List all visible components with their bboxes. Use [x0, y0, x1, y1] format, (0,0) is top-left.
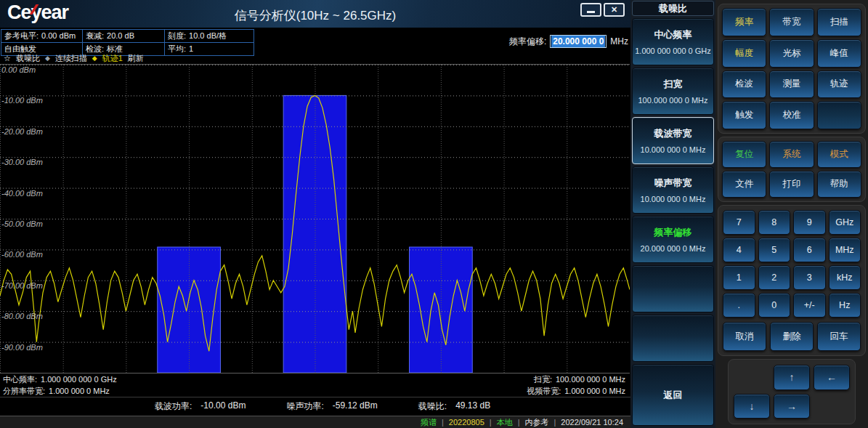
key-left[interactable]: ←: [814, 365, 850, 390]
cnr-readout: 载噪比:49.13 dB: [418, 400, 490, 413]
key-0[interactable]: 0: [758, 293, 791, 318]
key-trigger[interactable]: 触发: [722, 101, 766, 129]
softkey-label: 载波带宽: [654, 127, 692, 140]
key-enter[interactable]: 回车: [817, 322, 861, 351]
footer-info: 中心频率:1.000 000 000 0 GHz 扫宽:100.000 000 …: [0, 374, 630, 397]
softkey-label: 频率偏移: [654, 226, 692, 239]
freq-offset-value: 20.000 000 0: [551, 36, 605, 47]
trace-name: 轨迹1: [102, 53, 123, 64]
menu-item-blank-1: [632, 265, 714, 312]
menu-item-frequency-offset[interactable]: 频率偏移20.000 000 0 MHz: [632, 216, 714, 263]
key-peak[interactable]: 峰值: [817, 39, 861, 68]
rbw-readout: 分辨率带宽:1.000 000 0 MHz: [3, 386, 110, 397]
freq-offset-unit: MHz: [610, 36, 628, 47]
key-detector[interactable]: 检波: [722, 70, 766, 99]
menu-item-carrier-bandwidth[interactable]: 载波带宽10.000 000 0 MHz: [632, 117, 714, 164]
key-right[interactable]: →: [774, 394, 810, 419]
param-value: 0.00 dBm: [41, 31, 76, 40]
status-separator: |: [490, 418, 492, 427]
key-3[interactable]: 3: [793, 265, 826, 290]
key-2[interactable]: 2: [758, 265, 791, 290]
star-icon: ☆: [4, 54, 11, 62]
menu-item-noise-bandwidth[interactable]: 噪声带宽10.000 000 0 MHz: [632, 166, 714, 214]
status-datetime: 2022/09/21 10:24: [561, 418, 623, 427]
key-up[interactable]: ↑: [774, 365, 810, 390]
logo-accent-slash: y: [31, 1, 41, 24]
carrier-power-readout: 载波功率:-10.00 dBm: [155, 400, 246, 413]
key-1[interactable]: 1: [723, 265, 755, 290]
key-6[interactable]: 6: [793, 238, 826, 262]
menu-item-return[interactable]: 返回: [632, 364, 714, 426]
titlebar: Ceyear 信号分析仪(10Hz ~ 26.5GHz) ✕: [0, 0, 630, 28]
key-ghz[interactable]: GHz: [829, 210, 861, 235]
center-frequency-readout: 中心频率:1.000 000 000 0 GHz: [3, 374, 117, 385]
logo-text-suffix: ear: [41, 1, 69, 23]
minimize-button[interactable]: [580, 3, 601, 17]
vbw-readout: 视频带宽:1.000 000 0 MHz: [527, 386, 625, 397]
edit-keys: 取消删除回车: [723, 322, 861, 351]
amplitude-tick-label: -40.00 dBm: [1, 190, 43, 198]
param-label: 参考电平:: [4, 31, 38, 40]
key-measure[interactable]: 测量: [769, 70, 814, 99]
key-trace[interactable]: 轨迹: [817, 70, 861, 99]
key-8[interactable]: 8: [758, 210, 791, 235]
key-sweep[interactable]: 扫描: [817, 8, 861, 36]
status-bar: 频谱|20220805|本地|内参考|2022/09/21 10:24: [0, 416, 630, 428]
key-9[interactable]: 9: [793, 210, 826, 235]
key-help[interactable]: 帮助: [817, 171, 861, 198]
key-plusminus[interactable]: +/-: [793, 293, 826, 318]
ceyear-logo: Ceyear: [7, 1, 68, 24]
softkey-menu-header: 载噪比: [632, 1, 714, 16]
close-button[interactable]: ✕: [604, 3, 625, 17]
signal-analyzer-window: Ceyear 信号分析仪(10Hz ~ 26.5GHz) ✕ 参考电平:0.00…: [0, 0, 868, 428]
key-file[interactable]: 文件: [722, 171, 766, 198]
key-7[interactable]: 7: [723, 210, 755, 235]
status-mode-spectrum: 频谱: [421, 417, 437, 428]
key-calibration[interactable]: 校准: [769, 101, 814, 129]
spectrum-plot: 0.00 dBm-10.00 dBm-20.00 dBm-30.00 dBm-4…: [0, 64, 630, 374]
softkey-label: 返回: [664, 389, 683, 402]
softkey-label: 扫宽: [664, 78, 683, 91]
param-cell-r1c2: 平均:1: [165, 43, 254, 56]
softkey-value: 10.000 000 0 MHz: [641, 145, 706, 154]
menu-item-center-frequency[interactable]: 中心频率1.000 000 000 0 GHz: [632, 18, 714, 65]
key-reset[interactable]: 复位: [722, 141, 766, 168]
key-bandwidth[interactable]: 带宽: [769, 8, 814, 36]
key-frequency[interactable]: 频率: [722, 8, 766, 36]
key-cancel[interactable]: 取消: [723, 322, 766, 351]
numeric-key-group: 789GHz456MHz123kHz.0+/-Hz 取消删除回车: [718, 205, 866, 356]
amplitude-tick-label: -70.00 dBm: [1, 282, 43, 290]
softkey-value: 20.000 000 0 MHz: [641, 244, 706, 253]
key-hz[interactable]: Hz: [829, 293, 861, 318]
amplitude-tick-label: -60.00 dBm: [1, 251, 43, 259]
freq-offset-input[interactable]: 20.000 000 0: [550, 35, 607, 48]
trace-diamond-icon: ◆: [92, 55, 97, 62]
status-local-status: 本地: [497, 417, 513, 428]
measure-name: 载噪比: [16, 53, 40, 64]
noise-power-readout: 噪声功率:-59.12 dBm: [286, 400, 377, 413]
key-down[interactable]: ↓: [734, 394, 770, 419]
param-label: 刻度:: [168, 31, 186, 40]
amplitude-tick-label: -90.00 dBm: [1, 344, 43, 352]
key-print[interactable]: 打印: [769, 171, 814, 198]
key-marker[interactable]: 光标: [769, 39, 814, 68]
key-blank: [817, 101, 861, 129]
key-amplitude[interactable]: 幅度: [722, 39, 766, 68]
key-mhz[interactable]: MHz: [829, 238, 861, 262]
arrow-key-group: ↑←↓→: [728, 359, 856, 424]
minimize-icon: [587, 11, 595, 13]
param-cell-r0c2: 刻度:10.0 dB/格: [165, 30, 254, 43]
softkey-label: 中心频率: [654, 28, 692, 41]
key-dot[interactable]: .: [723, 293, 755, 318]
amplitude-tick-label: 0.00 dBm: [1, 66, 36, 74]
param-label: 检波:: [86, 44, 104, 53]
key-khz[interactable]: kHz: [829, 265, 861, 290]
measurement-status-row: ☆ 载噪比 ◆ 连续扫描 ◆ 轨迹1 刷新: [4, 54, 144, 63]
key-5[interactable]: 5: [758, 238, 791, 262]
key-4[interactable]: 4: [723, 238, 755, 262]
window-title: 信号分析仪(10Hz ~ 26.5GHz): [87, 7, 543, 24]
key-delete[interactable]: 删除: [770, 322, 814, 351]
key-mode[interactable]: 模式: [817, 141, 861, 168]
menu-item-span[interactable]: 扫宽100.000 000 0 MHz: [632, 68, 714, 115]
key-system[interactable]: 系统: [769, 141, 814, 168]
